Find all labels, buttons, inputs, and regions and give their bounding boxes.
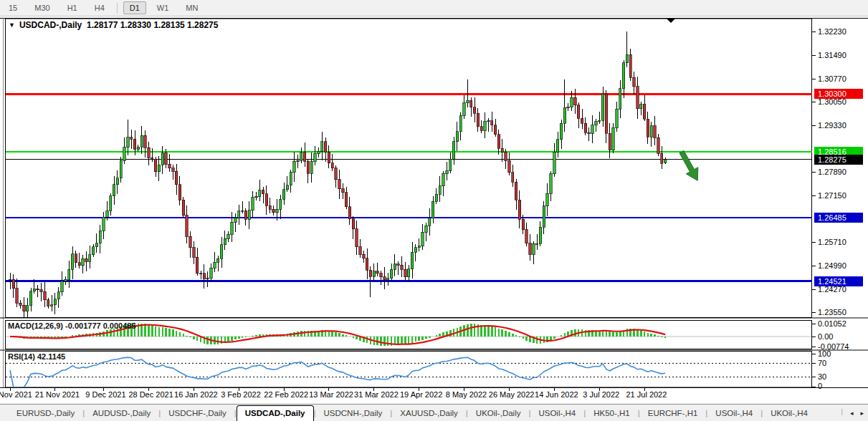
tab-scroll-right-icon[interactable]: ▸	[860, 410, 864, 417]
chart-ohlc-values: 1.28177 1.28330 1.28135 1.28275	[87, 20, 219, 30]
date-axis-label: 21 Jul 2022	[626, 390, 667, 399]
timeframe-button-15[interactable]: 15	[2, 1, 24, 14]
rsi-name: RSI(14)	[8, 352, 35, 361]
rsi-axis-label: 30	[818, 372, 826, 382]
chart-title: ▼USDCAD-,Daily 1.28177 1.28330 1.28135 1…	[9, 20, 218, 30]
chart-dropdown-icon[interactable]: ▼	[9, 21, 15, 29]
timeframe-toolbar: 15M30H1H4D1W1MN	[0, 0, 868, 16]
tab-separator: |	[841, 408, 843, 419]
timeframe-button-m30[interactable]: M30	[28, 1, 56, 14]
date-axis-label: 26 May 2022	[489, 390, 535, 399]
price-chart-canvas[interactable]	[0, 16, 868, 404]
date-axis-label: 31 Mar 2022	[354, 390, 399, 399]
timeframe-button-h1[interactable]: H1	[61, 1, 84, 14]
date-axis-label: 14 Jun 2022	[535, 390, 578, 399]
toolbar-separator	[117, 3, 118, 14]
price-axis-label: 1.32230	[818, 27, 846, 37]
sell-arrow-annotation[interactable]	[676, 148, 704, 183]
price-axis-label: 1.23550	[818, 308, 846, 317]
timeframe-button-d1[interactable]: D1	[123, 1, 146, 14]
timeframe-button-mn[interactable]: MN	[179, 1, 204, 14]
timeframe-button-h4[interactable]: H4	[88, 1, 111, 14]
date-axis-label: 16 Jan 2022	[174, 390, 218, 399]
tab-usoil-h4[interactable]: USOil-,H4	[707, 407, 760, 421]
price-axis-label: 1.27890	[818, 168, 846, 177]
rsi-indicator-label: RSI(14) 42.1145	[8, 352, 65, 361]
rsi-panel-series	[6, 357, 811, 387]
timeframe-button-w1[interactable]: W1	[151, 1, 176, 14]
macd-axis-label: 0.01052	[818, 319, 846, 329]
macd-name: MACD(12,26,9)	[8, 321, 63, 330]
macd-indicator-label: MACD(12,26,9) -0.001777 0.000485	[8, 321, 136, 330]
macd-values: -0.001777 0.000485	[65, 321, 135, 330]
price-level-badge: 1.26485	[814, 213, 863, 223]
date-axis-label: 9 Dec 2021	[85, 390, 125, 399]
tab-usdcad-daily[interactable]: USDCAD-,Daily	[237, 405, 314, 421]
date-axis-label: 22 Feb 2022	[264, 390, 308, 399]
tab-ukoil-daily[interactable]: UKOil-,Daily	[468, 407, 529, 421]
rsi-value: 42.1145	[37, 352, 65, 361]
horizontal-level-lines[interactable]	[6, 94, 812, 281]
rsi-axis-label: 100	[818, 349, 831, 359]
current-bar-marker-icon	[667, 19, 675, 23]
tab-usdcnh-daily[interactable]: USDCNH-,Daily	[316, 407, 391, 421]
tab-hk50-h1[interactable]: HK50-,H1	[586, 407, 638, 421]
tab-xauusd-daily[interactable]: XAUUSD-,Daily	[392, 407, 466, 421]
macd-axis-label: 0.00	[818, 332, 833, 342]
chart-symbol-label: USDCAD-,Daily	[19, 20, 82, 30]
price-axis-label: 1.31490	[818, 51, 846, 60]
date-axis-label: 3 Jul 2022	[583, 390, 619, 399]
tab-eurchf-h1[interactable]: EURCHF-,H1	[640, 407, 706, 421]
tab-ukoil-h4[interactable]: UKOil-,H4	[763, 407, 816, 421]
rsi-axis-label: 0	[818, 382, 822, 391]
date-axis-label: 28 Dec 2021	[128, 390, 173, 399]
price-level-badge: 1.24521	[814, 276, 863, 286]
tab-usdchf-daily[interactable]: USDCHF-,Daily	[161, 407, 234, 421]
rsi-axis-label: 70	[818, 359, 826, 368]
tab-eurusd-daily[interactable]: EURUSD-,Daily	[9, 407, 82, 421]
price-axis-label: 1.27150	[818, 191, 846, 200]
date-axis-label: 19 Apr 2022	[400, 390, 442, 399]
price-axis-label: 1.29330	[818, 121, 846, 130]
price-axis-label: 1.30770	[818, 74, 846, 84]
candlestick-series	[9, 32, 666, 321]
date-axis-label: 2 Nov 2021	[0, 390, 32, 399]
tab-scroll-left-icon[interactable]: ◂	[850, 410, 854, 417]
date-axis-label: 8 May 2022	[446, 390, 487, 399]
date-axis-label: 21 Nov 2021	[35, 390, 80, 399]
date-axis-label: 13 Mar 2022	[309, 390, 353, 399]
tab-audusd-daily[interactable]: AUDUSD-,Daily	[85, 407, 158, 421]
price-level-badge: 1.30300	[814, 89, 863, 99]
price-axis-label: 1.25710	[818, 238, 846, 247]
date-axis-label: 3 Feb 2022	[221, 390, 261, 399]
price-axis-label: 1.24990	[818, 261, 846, 271]
price-level-badge: 1.28275	[814, 155, 863, 165]
symbol-tab-bar: EURUSD-,Daily|AUDUSD-,Daily|USDCHF-,Dail…	[0, 404, 868, 421]
chart-window: ▼USDCAD-,Daily 1.28177 1.28330 1.28135 1…	[0, 16, 868, 404]
tab-usoil-h4[interactable]: USOil-,H4	[530, 407, 583, 421]
